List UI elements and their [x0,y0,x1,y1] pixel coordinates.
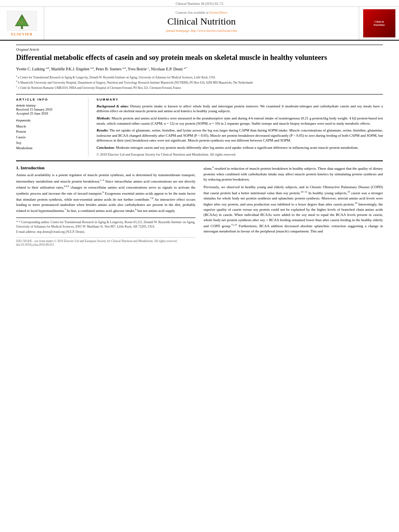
journal-thumbnail-section: Clinical Nutrition [359,7,399,40]
footer-bar: 0261-5614/$ – see front matter © 2010 El… [16,237,195,246]
section-title: Introduction [21,165,45,170]
intro-heading: 1. Introduction [16,165,195,170]
journal-homepage: journal homepage: http://www.elsevier.co… [48,29,355,33]
history-label: Article history: [16,104,83,107]
keyword-muscle: Muscle [16,124,83,129]
copyright-text: © 2010 Elsevier Ltd and European Society… [97,152,383,156]
summary-column: SUMMARY Background & aims: Dietary prote… [97,98,383,157]
intro-paragraph-1: Amino acid availability is a potent regu… [16,173,195,213]
journal-title: Clinical Nutrition [48,16,355,27]
authors-list: Yvette C. Luiking a,b, Mariëlle P.K.J. E… [16,66,383,72]
article-info-heading: ARTICLE INFO [16,98,83,101]
article-info-summary-section: ARTICLE INFO Article history: Received 1… [16,94,383,157]
homepage-label-text: journal homepage: [166,29,191,33]
journal-header: ELSEVIER Contents lists available at Sci… [0,7,399,41]
homepage-link[interactable]: http://www.elsevier.com/locate/clnu [191,29,237,33]
keyword-protein: Protein [16,129,83,135]
corresponding-author-note: * * Corresponding author. Center for Tra… [16,220,195,229]
sciencedirect-line: Contents lists available at ScienceDirec… [48,11,355,14]
article-type-label: Original Article [16,45,383,51]
conclusion-label: Conclusion: [97,146,115,150]
summary-methods: Methods: Muscle protein and amino acid k… [97,116,383,126]
related-text: related [16,209,26,213]
keywords-label: Keywords: [16,119,83,122]
article-history: Article history: Received 15 January 201… [16,104,83,115]
journal-cover-thumbnail: Clinical Nutrition [363,9,395,37]
article-info-column: ARTICLE INFO Article history: Received 1… [16,98,88,157]
affiliation-c: c c Unité de Nutrition Humaine UMR1019, … [16,85,383,90]
email-link[interactable]: nep.deutz@ctranl.org [37,230,65,234]
affiliations-section: a a Center for Translational Research in… [16,74,383,90]
summary-background: Background & aims: Dietary protein intak… [97,104,383,114]
keyword-metabolism: Metabolism [16,146,83,151]
background-label: Background & aims: [97,104,129,108]
doi-text: doi:10.1016/j.clnu.2010.06.012 [16,243,195,246]
svg-point-4 [19,20,20,21]
intro-left-column: 1. Introduction Amino acid availability … [16,165,195,246]
footnote-section: * * Corresponding author. Center for Tra… [16,218,195,234]
received-date: Received 15 January 2010 [16,107,83,111]
svg-point-6 [21,22,23,23]
elsevier-logo-section: ELSEVIER [0,7,44,40]
main-content-section: 1. Introduction Amino acid availability … [16,160,383,246]
elsevier-logo: ELSEVIER [7,11,37,36]
svg-point-5 [25,19,26,20]
keywords-section: Keywords: Muscle Protein Casein Soy Meta… [16,119,83,151]
results-label: Results: [97,128,109,132]
email-note: E-mail address: nep.deutz@ctranl.org (N.… [16,230,195,234]
issn-text: 0261-5614/$ – see front matter © 2010 El… [16,239,195,243]
elsevier-brand-text: ELSEVIER [11,32,33,36]
intro-paragraph-2: alone,4 resulted in reduction of muscle … [204,165,383,182]
email-person: (N.E.P. Deutz). [66,230,85,234]
journal-title-section: Contents lists available at ScienceDirec… [44,7,359,40]
keyword-soy: Soy [16,140,83,146]
methods-label: Methods: [97,116,111,120]
keyword-casein: Casein [16,135,83,140]
intro-paragraph-3: Previously, we observed in healthy young… [204,185,383,234]
affiliation-a: a a Center for Translational Research in… [16,74,383,80]
email-label: E-mail address: [16,230,36,234]
accepted-date: Accepted 25 June 2010 [16,111,83,115]
citation-text: Clinical Nutrition 30 (2011) 65–72 [176,2,224,6]
authors-text: Yvette C. Luiking a,b, Mariëlle P.K.J. E… [16,67,187,71]
elsevier-tree-icon [7,11,37,31]
summary-conclusion: Conclusion: Moderate-nitrogen casein and… [97,145,383,150]
page: Clinical Nutrition 30 (2011) 65–72 [0,0,399,532]
top-citation-bar: Clinical Nutrition 30 (2011) 65–72 [0,0,399,7]
article-title: Differential metabolic effects of casein… [16,53,383,62]
sciencedirect-link[interactable]: ScienceDirect [210,11,228,14]
intro-right-column: alone,4 resulted in reduction of muscle … [204,165,383,246]
summary-heading: SUMMARY [97,98,383,101]
summary-results: Results: The net uptake of glutamate, se… [97,128,383,143]
sciencedirect-label: Contents lists available at [176,11,209,14]
article-body: Original Article Differential metabolic … [0,41,399,251]
affiliation-b: b b Maastricht University and University… [16,80,383,85]
section-number: 1. [16,165,19,170]
